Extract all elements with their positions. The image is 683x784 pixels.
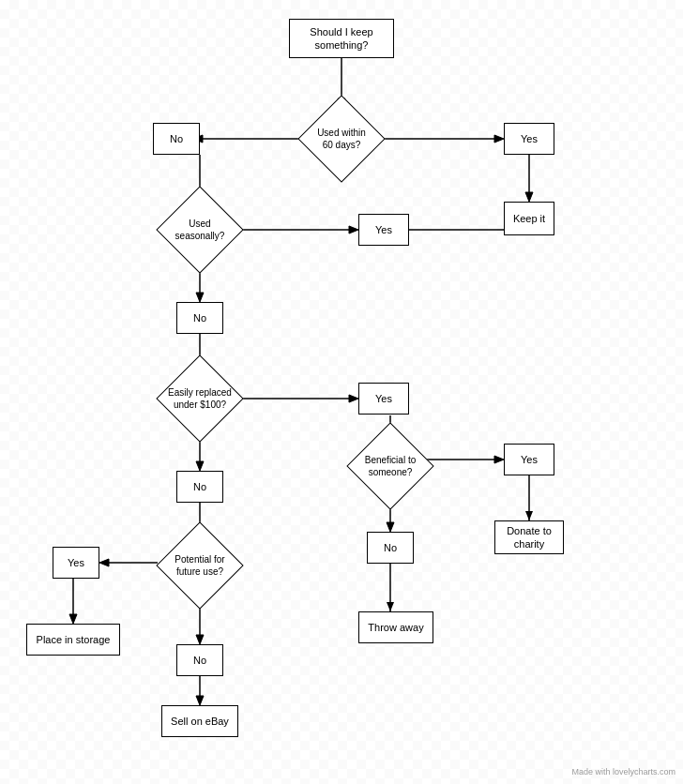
no4-node: No [367,532,414,564]
svg-marker-20 [349,395,358,402]
donate-label: Donate to charity [507,524,552,551]
storage-node: Place in storage [26,624,120,656]
svg-marker-42 [525,511,533,520]
yes1-node: Yes [504,123,554,155]
yes3-label: Yes [375,392,392,405]
flowchart: Should I keep something? Used within 60 … [0,0,683,784]
used60-diamond: Used within 60 days? [298,108,385,170]
throwaway-node: Throw away [358,611,433,643]
svg-marker-32 [99,559,109,566]
svg-marker-40 [387,602,394,611]
svg-marker-28 [387,522,394,532]
keepit-node: Keep it [504,202,554,235]
no1-label: No [170,132,183,145]
watermark-text: Made with lovelycharts.com [571,767,675,776]
sellebay-label: Sell on eBay [171,715,229,728]
no4-label: No [384,541,397,554]
svg-marker-22 [196,461,204,471]
storage-label: Place in storage [37,633,111,646]
svg-marker-16 [196,293,204,302]
donate-node: Donate to charity [494,520,564,554]
start-node: Should I keep something? [289,19,394,58]
yes1-label: Yes [521,132,538,145]
svg-marker-34 [69,614,77,624]
yes5-label: Yes [68,556,84,569]
svg-marker-5 [494,135,504,143]
svg-marker-7 [525,192,533,202]
svg-marker-36 [196,635,204,644]
no2-label: No [193,311,206,324]
svg-marker-38 [196,696,204,705]
no5-label: No [193,654,206,667]
svg-marker-26 [494,456,504,463]
yes3-node: Yes [358,383,409,415]
start-label: Should I keep something? [310,25,372,53]
svg-marker-11 [349,226,358,234]
keepit-label: Keep it [513,212,545,225]
replaced-diamond: Easily replaced under $100? [153,366,247,431]
no5-node: No [176,644,223,676]
yes4-node: Yes [504,444,554,475]
yes2-node: Yes [358,214,409,246]
beneficial-diamond: Beneficial to someone? [348,433,433,499]
yes5-node: Yes [53,547,99,579]
seasonal-diamond: Used seasonally? [158,197,242,263]
sellebay-node: Sell on eBay [161,705,238,737]
potential-diamond: Potential for future use? [153,533,247,598]
yes2-label: Yes [375,223,392,236]
throwaway-label: Throw away [368,621,423,634]
watermark: Made with lovelycharts.com [571,767,675,776]
no2-node: No [176,302,223,334]
yes4-label: Yes [521,453,538,466]
no1-node: No [153,123,200,155]
no3-label: No [193,480,206,493]
no3-node: No [176,471,223,503]
